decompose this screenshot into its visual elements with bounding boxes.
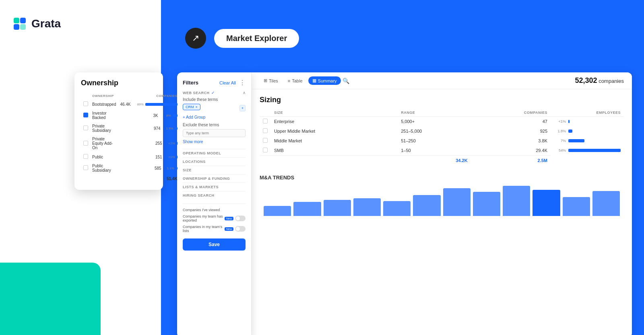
ma-bar-item — [293, 202, 321, 216]
row-companies: 925 — [471, 126, 551, 136]
filter-nav-ownership[interactable]: OWNERSHIP & FUNDING — [183, 174, 246, 183]
sizing-table-row: SMB 1–50 29.4K 54% — [260, 146, 624, 156]
ownership-checkbox-icon — [83, 113, 88, 117]
include-terms-label: Include these terms — [183, 97, 246, 102]
bar-visual — [568, 129, 572, 133]
row-size: Middle Market — [271, 136, 398, 146]
ma-trends-title: M&A TRENDS — [260, 175, 624, 181]
col-checkbox — [260, 109, 271, 117]
chip-remove-icon[interactable]: × — [196, 105, 198, 109]
exclude-terms-input[interactable] — [183, 129, 246, 137]
own-row-checkbox[interactable] — [82, 109, 90, 121]
row-employees: 7% — [551, 136, 624, 146]
row-range: 5,000+ — [398, 117, 471, 127]
sizing-table-row: Middle Market 51–250 3.8K 7% — [260, 136, 624, 146]
own-row-checkbox[interactable] — [82, 152, 90, 161]
add-group-button[interactable]: + Add Group — [183, 115, 246, 119]
checkbox-icon — [263, 128, 268, 133]
ma-bar-item — [264, 206, 291, 216]
team-exported-toggle[interactable] — [235, 216, 246, 221]
ownership-title: Ownership — [81, 79, 157, 87]
bar-visual — [568, 120, 570, 123]
companies-viewed-label: Companies I've viewed — [183, 208, 246, 212]
own-col-ownership: OWNERSHIP — [91, 93, 118, 99]
ma-bar-item — [563, 197, 590, 216]
filter-nav-hiring[interactable]: HIRING SEARCH — [183, 191, 246, 199]
tab-table[interactable]: ≡ Table — [284, 77, 307, 85]
market-explorer-button[interactable]: Market Explorer — [214, 29, 299, 48]
own-bar — [175, 127, 178, 130]
content-body: Sizing SIZE RANGE COMPANIES EMPLOYEES — [252, 89, 632, 335]
row-checkbox[interactable] — [260, 126, 271, 136]
filter-nav-locations[interactable]: LOCATIONS — [183, 157, 246, 166]
own-row-companies: 974 1.9% — [119, 122, 179, 134]
row-employees: 1.8% — [551, 126, 624, 136]
own-bar — [177, 156, 178, 158]
arrow-button[interactable]: ↗ — [185, 28, 206, 49]
row-range: 251–5,000 — [398, 126, 471, 136]
own-row-label: Investor Backed — [91, 109, 118, 121]
own-row-companies: 151 <1% — [119, 152, 179, 161]
row-companies: 47 — [471, 117, 551, 127]
own-row-checkbox[interactable] — [82, 135, 90, 152]
col-size: SIZE — [271, 109, 398, 117]
bar-container: <1% — [554, 119, 621, 123]
ma-trends-chart — [260, 184, 624, 216]
logo-text: Grata — [31, 17, 61, 30]
blue-header: ↗ Market Explorer — [161, 0, 644, 76]
ma-bar-item — [413, 195, 440, 216]
team-list-badge: New — [225, 227, 233, 231]
checkbox-icon — [263, 148, 268, 152]
svg-rect-2 — [20, 18, 26, 23]
row-size: Enterprise — [271, 117, 398, 127]
search-icon[interactable]: 🔍 — [343, 78, 349, 84]
bar-container: 1.8% — [554, 129, 621, 133]
add-term-icon[interactable]: + — [239, 105, 246, 111]
own-bar — [176, 167, 178, 170]
row-checkbox[interactable] — [260, 117, 271, 127]
filter-nav-size[interactable]: SIZE — [183, 166, 246, 174]
web-search-section: WEB SEARCH ✓ ∧ Include these terms CRM ×… — [183, 90, 246, 144]
filters-header: Filters Clear All ⋮ — [183, 79, 246, 86]
web-search-collapse-icon[interactable]: ∧ — [243, 90, 246, 95]
filters-panel: Filters Clear All ⋮ WEB SEARCH ✓ ∧ Inclu… — [177, 72, 252, 335]
own-row-checkbox[interactable] — [82, 162, 90, 174]
col-employees: EMPLOYEES — [551, 109, 624, 117]
row-checkbox[interactable] — [260, 146, 271, 156]
filter-nav-operating-model[interactable]: OPERATING MODEL — [183, 149, 246, 157]
row-size: Upper Middle Market — [271, 126, 398, 136]
row-size: SMB — [271, 146, 398, 156]
filters-title: Filters — [183, 80, 198, 86]
bar-pct-label: 1.8% — [554, 129, 566, 133]
web-search-check-icon: ✓ — [211, 90, 215, 95]
clear-all-button[interactable]: Clear All — [219, 80, 236, 85]
own-row-label: Private Subsidiary — [91, 122, 118, 134]
ownership-table-row: Public 151 <1% — [82, 152, 179, 161]
own-row-checkbox[interactable] — [82, 100, 90, 109]
own-row-companies: 255 <1% — [119, 135, 179, 152]
bar-pct-label: 54% — [554, 148, 566, 152]
tab-summary[interactable]: ▦ Summary — [308, 76, 341, 85]
exclude-terms-label: Exclude these terms — [183, 123, 246, 127]
team-list-toggle[interactable] — [235, 226, 246, 232]
svg-rect-3 — [14, 24, 19, 30]
col-companies: COMPANIES — [471, 109, 551, 117]
team-exported-label: Companies my team has exported — [183, 214, 223, 222]
svg-rect-1 — [14, 18, 19, 23]
companies-count: 52,302 companies — [575, 76, 624, 85]
ownership-checkbox-icon — [83, 141, 88, 146]
show-more-link[interactable]: Show more — [183, 140, 246, 144]
more-options-icon[interactable]: ⋮ — [239, 79, 246, 86]
checkbox-icon — [263, 119, 268, 123]
companies-viewed-row: Companies I've viewed — [183, 208, 246, 212]
own-row-checkbox[interactable] — [82, 122, 90, 134]
checkbox-icon — [263, 138, 268, 143]
row-checkbox[interactable] — [260, 136, 271, 146]
ownership-table-row: Public Subsidiary 585 1.1% — [82, 162, 179, 174]
filter-nav-lists[interactable]: LISTS & MARKETS — [183, 183, 246, 191]
save-button[interactable]: Save — [183, 238, 246, 251]
col-range: RANGE — [398, 109, 471, 117]
team-exported-badge: New — [225, 217, 233, 220]
tab-tiles[interactable]: ⊞ Tiles — [260, 76, 282, 85]
own-row-companies: 3K 8% — [119, 109, 179, 121]
